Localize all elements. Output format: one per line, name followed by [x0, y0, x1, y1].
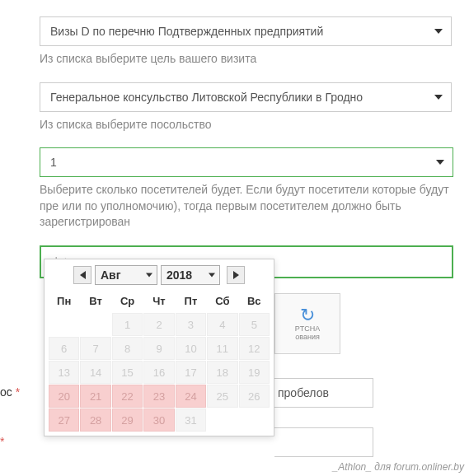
calendar-day[interactable]: 6 [49, 337, 79, 360]
calendar-day[interactable]: 19 [239, 361, 270, 384]
calendar-day[interactable]: 30 [143, 408, 174, 432]
text-input-fragment[interactable]: пробелов [274, 378, 373, 408]
calendar-day[interactable]: 26 [239, 385, 270, 408]
chevron-down-icon [434, 29, 443, 34]
calendar-day[interactable]: 8 [112, 337, 143, 360]
calendar-cell-empty [239, 408, 270, 432]
consulate-help: Из списка выберите посольство [40, 117, 469, 133]
recaptcha-sub: ования [295, 333, 320, 341]
watermark: _Athlon_ для forum.onliner.by [333, 461, 464, 473]
refresh-icon: ↻ [300, 306, 315, 324]
calendar-day[interactable]: 29 [112, 408, 143, 432]
calendar-day[interactable]: 24 [176, 385, 206, 408]
calendar-cell-empty [80, 313, 110, 336]
fragment-text: пробелов [278, 386, 329, 399]
calendar-day[interactable]: 2 [143, 313, 174, 336]
triangle-right-icon [233, 271, 239, 279]
calendar-dow: Сб [207, 290, 237, 312]
calendar-day[interactable]: 13 [49, 361, 79, 384]
recaptcha-widget[interactable]: ↻ PTCHA ования [274, 293, 340, 354]
calendar-day[interactable]: 16 [143, 361, 174, 384]
calendar-popup: Авг 2018 ПнВтСрЧтПтСбВс12345678910111213… [44, 259, 274, 436]
text-input-fragment-2[interactable] [274, 427, 373, 457]
calendar-day[interactable]: 31 [176, 408, 206, 432]
calendar-day[interactable]: 1 [112, 313, 143, 336]
visa-type-select[interactable]: Визы D по перечню Подтвержденных предпри… [40, 16, 452, 46]
calendar-month: Авг [101, 268, 121, 282]
calendar-day[interactable]: 25 [207, 385, 237, 408]
calendar-day[interactable]: 14 [80, 361, 110, 384]
calendar-cell-empty [207, 408, 237, 432]
calendar-year-select[interactable]: 2018 [161, 265, 220, 285]
calendar-dow: Чт [143, 290, 174, 312]
calendar-day[interactable]: 22 [112, 385, 143, 408]
visitors-value: 1 [50, 156, 57, 169]
calendar-day[interactable]: 9 [143, 337, 174, 360]
visitors-help: Выберите сколько посетителей будет. Если… [40, 182, 469, 231]
recaptcha-title: PTCHA [295, 324, 321, 333]
calendar-month-select[interactable]: Авг [95, 265, 157, 285]
chevron-down-icon [436, 160, 444, 165]
calendar-day[interactable]: 10 [176, 337, 206, 360]
calendar-day[interactable]: 28 [80, 408, 110, 432]
calendar-dow: Пт [176, 290, 206, 312]
calendar-dow: Пн [49, 290, 79, 312]
field-label-fragment-2: * [0, 435, 4, 448]
calendar-year: 2018 [166, 268, 192, 282]
calendar-day[interactable]: 11 [207, 337, 237, 360]
calendar-grid: ПнВтСрЧтПтСбВс12345678910111213141516171… [49, 290, 270, 432]
chevron-down-icon [146, 273, 152, 278]
triangle-left-icon [80, 271, 86, 279]
calendar-day[interactable]: 12 [239, 337, 270, 360]
visa-type-help: Из списка выберите цель вашего визита [40, 51, 469, 68]
calendar-next-button[interactable] [227, 266, 245, 284]
calendar-day[interactable]: 23 [143, 385, 174, 408]
calendar-day[interactable]: 18 [207, 361, 237, 384]
calendar-day[interactable]: 27 [49, 408, 79, 432]
calendar-day[interactable]: 7 [80, 337, 110, 360]
calendar-dow: Вс [239, 290, 270, 312]
calendar-dow: Вт [80, 290, 110, 312]
calendar-day[interactable]: 5 [239, 313, 270, 336]
consulate-value: Генеральное консульство Литовской Респуб… [50, 91, 363, 104]
calendar-day[interactable]: 17 [176, 361, 206, 384]
consulate-select[interactable]: Генеральное консульство Литовской Респуб… [40, 82, 452, 112]
visa-type-value: Визы D по перечню Подтвержденных предпри… [50, 25, 323, 38]
chevron-down-icon [209, 273, 215, 278]
chevron-down-icon [434, 95, 443, 100]
visitors-select[interactable]: 1 [40, 147, 453, 177]
calendar-prev-button[interactable] [73, 266, 91, 284]
calendar-dow: Ср [112, 290, 143, 312]
calendar-day[interactable]: 21 [80, 385, 110, 408]
calendar-day[interactable]: 4 [207, 313, 237, 336]
calendar-day[interactable]: 20 [49, 385, 79, 408]
calendar-day[interactable]: 15 [112, 361, 143, 384]
calendar-day[interactable]: 3 [176, 313, 206, 336]
field-label-fragment: ос * [0, 385, 20, 399]
calendar-cell-empty [49, 313, 79, 336]
